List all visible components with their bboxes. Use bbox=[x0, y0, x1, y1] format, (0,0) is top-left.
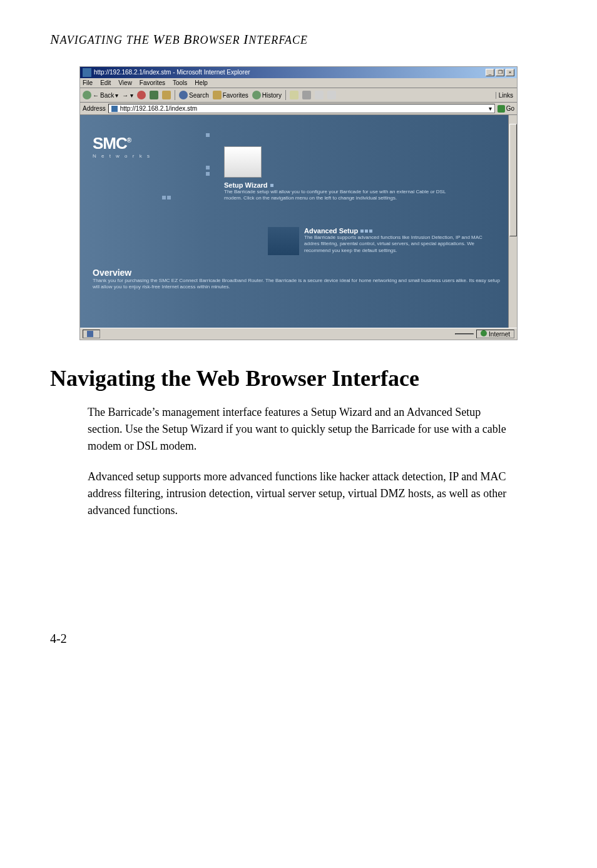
paragraph-2: Advanced setup supports more advanced fu… bbox=[88, 468, 513, 519]
page-header: NAVIGATING THE WEB BROWSER INTERFACE bbox=[50, 31, 547, 48]
edit-icon[interactable] bbox=[315, 91, 324, 99]
menu-edit[interactable]: Edit bbox=[100, 79, 111, 86]
page-number: 4-2 bbox=[50, 632, 547, 646]
menu-file[interactable]: File bbox=[83, 79, 93, 86]
close-button[interactable]: × bbox=[506, 69, 514, 76]
refresh-icon[interactable] bbox=[150, 91, 158, 99]
stop-icon[interactable] bbox=[137, 91, 146, 99]
favorites-button[interactable]: Favorites bbox=[213, 91, 248, 99]
go-icon bbox=[498, 105, 505, 113]
history-button[interactable]: History bbox=[252, 91, 282, 99]
overview-desc: Thank you for purchasing the SMC EZ Conn… bbox=[93, 278, 504, 291]
favorites-icon bbox=[213, 91, 222, 99]
address-input[interactable]: http://192.168.2.1/index.stm ▾ bbox=[108, 104, 495, 113]
discuss-icon[interactable] bbox=[327, 91, 336, 99]
security-zone: Internet bbox=[476, 330, 514, 338]
advanced-setup-image bbox=[268, 227, 299, 255]
ie-statusbar: Internet bbox=[80, 328, 517, 340]
search-button[interactable]: Search bbox=[179, 91, 209, 99]
status-done bbox=[83, 330, 100, 338]
article-heading: Navigating the Web Browser Interface bbox=[50, 365, 547, 391]
overview-section: Overview Thank you for purchasing the SM… bbox=[93, 268, 504, 291]
setup-wizard-section: Setup Wizard The Barricade setup will al… bbox=[224, 146, 504, 202]
page-content: SMC® N e t w o r k s Setup Wizard The Ba… bbox=[80, 115, 517, 328]
browser-screenshot: http://192.168.2.1/index.stm - Microsoft… bbox=[79, 66, 518, 340]
menu-favorites[interactable]: Favorites bbox=[140, 79, 165, 86]
history-icon bbox=[252, 91, 261, 99]
setup-wizard-desc: The Barricade setup will allow you to co… bbox=[224, 189, 462, 202]
ie-addressbar: Address http://192.168.2.1/index.stm ▾ G… bbox=[80, 103, 517, 115]
scrollbar[interactable] bbox=[508, 115, 517, 328]
ie-titlebar: http://192.168.2.1/index.stm - Microsoft… bbox=[80, 67, 517, 78]
ie-toolbar: ← Back ▾ → ▾ Search Favorites History Li… bbox=[80, 88, 517, 103]
print-icon[interactable] bbox=[302, 91, 311, 99]
page-icon bbox=[111, 106, 118, 112]
advanced-setup-title[interactable]: Advanced Setup bbox=[304, 227, 492, 235]
forward-button[interactable]: → ▾ bbox=[122, 92, 133, 99]
links-tab[interactable]: Links bbox=[496, 92, 516, 99]
back-button[interactable]: ← Back ▾ bbox=[83, 91, 118, 99]
overview-title: Overview bbox=[93, 268, 504, 278]
paragraph-1: The Barricade’s management interface fea… bbox=[88, 404, 513, 455]
minimize-button[interactable]: _ bbox=[486, 69, 494, 76]
ie-app-icon bbox=[83, 68, 91, 77]
advanced-setup-desc: The Barricade supports advanced function… bbox=[304, 235, 492, 254]
mail-icon[interactable] bbox=[290, 91, 298, 99]
address-label: Address bbox=[83, 105, 106, 112]
scrollbar-thumb[interactable] bbox=[509, 124, 517, 236]
maximize-button[interactable]: ❐ bbox=[496, 69, 504, 76]
advanced-setup-section: Advanced Setup The Barricade supports ad… bbox=[268, 227, 504, 255]
menu-tools[interactable]: Tools bbox=[173, 79, 187, 86]
search-icon bbox=[179, 91, 188, 99]
menu-view[interactable]: View bbox=[118, 79, 132, 86]
setup-wizard-title[interactable]: Setup Wizard bbox=[224, 181, 504, 189]
menu-help[interactable]: Help bbox=[195, 79, 208, 86]
window-title: http://192.168.2.1/index.stm - Microsoft… bbox=[94, 69, 250, 76]
back-icon bbox=[83, 91, 91, 99]
setup-wizard-image bbox=[224, 146, 262, 178]
ie-menubar: File Edit View Favorites Tools Help bbox=[80, 78, 517, 88]
go-button[interactable]: Go bbox=[498, 105, 514, 113]
internet-zone-icon bbox=[481, 330, 487, 336]
home-icon[interactable] bbox=[162, 91, 171, 99]
